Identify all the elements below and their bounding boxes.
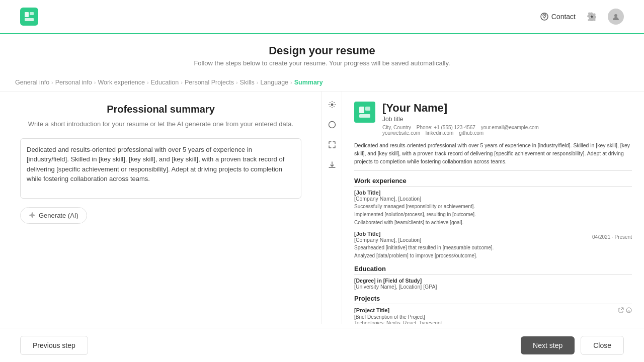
breadcrumb-summary[interactable]: Summary [294, 79, 323, 86]
projects-section: Projects [Project Title] [ [354, 295, 632, 324]
breadcrumb-language[interactable]: Language [260, 79, 288, 86]
section-title: Professional summary [20, 104, 301, 115]
work-bullet-1-2: Implemented [solution/process], resultin… [354, 211, 632, 219]
resume-logo-icon [358, 105, 372, 119]
work-title-1: [Job Title] [354, 190, 421, 196]
expand-icon [328, 141, 336, 149]
svg-point-11 [626, 308, 631, 313]
settings-toolbar-icon[interactable] [325, 98, 339, 112]
project-title-1: [Project Title] [354, 307, 389, 313]
edu-degree: [Degree] in [Field of Study] [354, 278, 632, 284]
edu-school: [University Name], [Location] [GPA] [354, 284, 632, 290]
svg-point-4 [544, 15, 545, 16]
breadcrumb: General info › Personal info › Work expe… [0, 74, 644, 92]
breadcrumb-work-experience[interactable]: Work experience [98, 79, 145, 86]
ai-sparkle-icon [29, 212, 36, 219]
settings-icon [328, 101, 336, 109]
svg-rect-10 [359, 114, 370, 118]
breadcrumb-skills[interactable]: Skills [240, 79, 255, 86]
logo-svg [24, 11, 35, 22]
resume-name-area: [Your Name] Job title City, Country Phon… [382, 102, 543, 136]
work-title-2: [Job Title] [354, 231, 421, 237]
resume-summary: Dedicated and results-oriented professio… [354, 142, 632, 171]
work-bullet-1-3: Collaborated with [team/clients] to achi… [354, 219, 632, 227]
breadcrumb-personal-projects[interactable]: Personal Projects [185, 79, 234, 86]
svg-point-5 [614, 14, 617, 17]
breadcrumb-personal-info[interactable]: Personal info [55, 79, 92, 86]
app-header: Contact [0, 0, 644, 34]
work-bullets-2: Spearheaded [initiative] that resulted i… [354, 244, 632, 260]
project-icons-1 [618, 307, 632, 314]
app-logo [20, 8, 38, 26]
project-github-icon[interactable] [626, 307, 632, 314]
resume-contact: City, Country Phone: +1 (555) 123-4567 y… [382, 125, 543, 130]
generate-ai-button[interactable]: Generate (AI) [20, 207, 87, 224]
resume-logo [354, 102, 375, 123]
project-tech-1: Technologies: Nextjs, React, Typescript [354, 320, 632, 324]
avatar-button[interactable] [608, 9, 624, 25]
breadcrumb-education[interactable]: Education [151, 79, 179, 86]
contact-icon [540, 13, 548, 21]
page-title: Design your resume [0, 44, 644, 57]
download-icon [328, 161, 336, 169]
education-title: Education [354, 265, 632, 275]
sep-6: › [257, 79, 259, 85]
resume-document: [Your Name] Job title City, Country Phon… [342, 92, 644, 324]
resume-website: yourwebsite.com [382, 130, 420, 136]
section-subtitle: Write a short introduction for your resu… [20, 119, 301, 129]
sep-2: › [94, 79, 96, 85]
breadcrumb-general-info[interactable]: General info [15, 79, 49, 86]
resume-links: yourwebsite.com linkedin.com github.com [382, 130, 543, 136]
sep-5: › [236, 79, 238, 85]
expand-toolbar-icon[interactable] [325, 138, 339, 152]
contact-button[interactable]: Contact [540, 13, 576, 21]
svg-rect-9 [365, 107, 370, 111]
education-section: Education [Degree] in [Field of Study] [… [354, 265, 632, 290]
circle-toolbar-icon[interactable] [325, 118, 339, 132]
work-entry-2: [Job Title] [Company Name], [Location] 0… [354, 231, 632, 260]
sep-1: › [51, 79, 53, 85]
svg-rect-2 [25, 18, 34, 21]
user-icon [611, 12, 620, 21]
work-bullet-2-1: Spearheaded [initiative] that resulted i… [354, 244, 632, 252]
work-entry-2-header: [Job Title] [Company Name], [Location] 0… [354, 231, 632, 243]
edu-entry: [Degree] in [Field of Study] [University… [354, 278, 632, 290]
project-desc-1: [Brief Description of the Project] [354, 314, 632, 320]
resume-location: City, Country [382, 125, 411, 130]
svg-point-7 [329, 122, 335, 128]
work-entry-1: [Job Title] [Company Name], [Location] S… [354, 190, 632, 227]
header-right: Contact [540, 9, 624, 25]
gear-icon [587, 12, 596, 21]
preview-toolbar [322, 92, 342, 324]
generate-label: Generate (AI) [39, 212, 78, 219]
work-experience-title: Work experience [354, 177, 632, 187]
project-1-header: [Project Title] [354, 307, 632, 314]
projects-title: Projects [354, 295, 632, 304]
sep-3: › [147, 79, 149, 85]
work-company-2: [Company Name], [Location] [354, 237, 421, 243]
resume-phone: Phone: +1 (555) 123-4567 [417, 125, 475, 130]
svg-point-6 [331, 104, 333, 106]
work-entry-1-header: [Job Title] [Company Name], [Location] [354, 190, 632, 202]
summary-textarea[interactable]: Dedicated and results-oriented professio… [20, 138, 301, 199]
right-panel: [Your Name] Job title City, Country Phon… [322, 92, 644, 324]
contact-label: Contact [551, 13, 576, 21]
resume-header: [Your Name] Job title City, Country Phon… [354, 102, 632, 136]
user-avatar [608, 9, 624, 25]
work-company-1: [Company Name], [Location] [354, 196, 421, 202]
page-title-area: Design your resume Follow the steps belo… [0, 34, 644, 74]
svg-rect-1 [30, 12, 34, 15]
resume-linkedin: linkedin.com [426, 130, 454, 136]
work-bullet-2-2: Analyzed [data/problem] to improve [proc… [354, 252, 632, 260]
circle-icon [328, 121, 336, 129]
work-experience-section: Work experience [Job Title] [Company Nam… [354, 177, 632, 260]
download-toolbar-icon[interactable] [325, 158, 339, 172]
project-link-icon[interactable] [618, 307, 624, 314]
resume-name: [Your Name] [382, 102, 543, 115]
sep-4: › [181, 79, 183, 85]
settings-button[interactable] [584, 9, 600, 25]
project-entry-1: [Project Title] [Brief Description of th… [354, 307, 632, 324]
left-panel: Professional summary Write a short intro… [0, 92, 322, 324]
resume-github: github.com [459, 130, 484, 136]
main-content: Professional summary Write a short intro… [0, 92, 644, 324]
